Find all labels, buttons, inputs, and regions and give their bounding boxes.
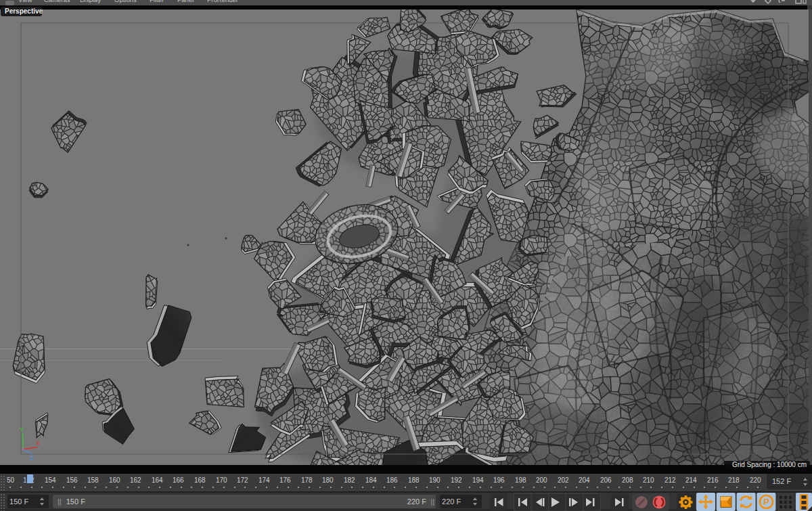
svg-text:Y: Y xyxy=(20,426,24,433)
svg-text:X: X xyxy=(36,440,40,447)
svg-text:Z: Z xyxy=(30,455,34,462)
svg-text:P: P xyxy=(763,497,769,507)
